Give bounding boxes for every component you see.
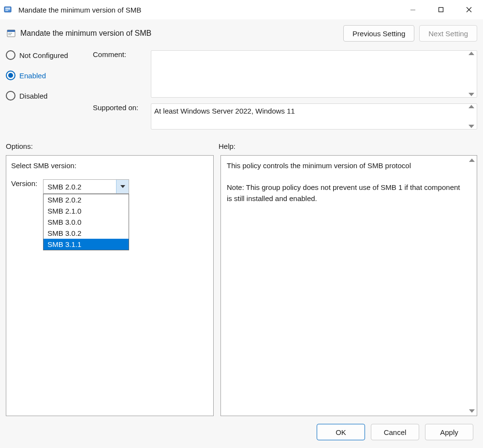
scroll-up-icon	[468, 105, 474, 108]
comment-value	[151, 51, 477, 97]
version-option-highlighted[interactable]: SMB 3.1.1	[44, 239, 129, 250]
version-dropdown: SMB 2.0.2 SMB 2.1.0 SMB 3.0.0 SMB 3.0.2 …	[43, 194, 129, 250]
state-radio-group: Not Configured Enabled Disabled	[6, 50, 93, 101]
version-option[interactable]: SMB 2.1.0	[44, 205, 129, 217]
gpo-policy-dialog: Mandate the minimum version of SMB	[0, 0, 483, 448]
help-scrollbar[interactable]	[467, 156, 477, 416]
window-buttons	[399, 0, 483, 19]
maximize-button[interactable]	[427, 0, 455, 19]
svg-rect-5	[439, 8, 443, 12]
previous-setting-button[interactable]: Previous Setting	[343, 25, 414, 42]
version-label: Version:	[11, 179, 37, 188]
svg-rect-1	[5, 8, 10, 9]
window-title: Mandate the minimum version of SMB	[18, 6, 399, 14]
policy-title: Mandate the minimum version of SMB	[20, 29, 343, 38]
svg-rect-7	[7, 30, 15, 32]
state-and-fields: Not Configured Enabled Disabled Comment:	[6, 50, 477, 135]
version-option[interactable]: SMB 2.0.2	[44, 194, 129, 205]
svg-rect-4	[410, 10, 415, 10]
help-pane: This policy controls the minimum version…	[220, 155, 477, 416]
options-label: Options:	[6, 142, 219, 150]
help-paragraph: Note: This group policy does not prevent…	[227, 182, 461, 204]
help-label: Help:	[219, 142, 477, 150]
supported-on-field: At least Windows Server 2022, Windows 11	[151, 103, 477, 130]
policy-icon	[6, 28, 16, 39]
comment-field[interactable]	[151, 50, 477, 98]
version-combo-wrap: SMB 2.0.2 SMB 2.0.2 SMB 2.1.0 SMB 3.0.0 …	[43, 179, 129, 194]
scroll-down-icon	[469, 409, 475, 413]
radio-icon	[6, 71, 15, 80]
radio-icon	[6, 50, 15, 60]
close-button[interactable]	[455, 0, 483, 19]
supported-on-value: At least Windows Server 2022, Windows 11	[151, 104, 477, 129]
version-combobox[interactable]: SMB 2.0.2	[43, 179, 129, 194]
version-option[interactable]: SMB 3.0.0	[44, 217, 129, 228]
dialog-footer: OK Cancel Apply	[6, 416, 477, 448]
radio-icon	[6, 91, 15, 101]
svg-rect-8	[8, 33, 12, 34]
version-option[interactable]: SMB 3.0.2	[44, 228, 129, 239]
minimize-button[interactable]	[399, 0, 427, 19]
scroll-up-icon	[468, 52, 474, 55]
ok-button[interactable]: OK	[317, 424, 365, 440]
version-selected-value: SMB 2.0.2	[44, 180, 116, 193]
help-paragraph: This policy controls the minimum version…	[227, 160, 461, 172]
scroll-down-icon	[468, 125, 474, 128]
dropdown-button[interactable]	[116, 180, 129, 193]
comment-scroll[interactable]	[467, 52, 476, 96]
help-text: This policy controls the minimum version…	[221, 156, 467, 416]
gpo-app-icon	[3, 4, 15, 15]
policy-header-row: Mandate the minimum version of SMB Previ…	[6, 25, 477, 42]
svg-rect-2	[5, 9, 10, 10]
radio-not-configured[interactable]: Not Configured	[6, 50, 93, 60]
options-pane: Select SMB version: Version: SMB 2.0.2 S…	[6, 155, 214, 416]
panes: Select SMB version: Version: SMB 2.0.2 S…	[6, 155, 477, 416]
cancel-button[interactable]: Cancel	[371, 424, 419, 440]
supported-on-label: Supported on:	[93, 103, 151, 112]
radio-label: Not Configured	[19, 51, 68, 59]
next-setting-button[interactable]: Next Setting	[419, 25, 477, 42]
scroll-down-icon	[468, 93, 474, 96]
titlebar: Mandate the minimum version of SMB	[0, 0, 483, 19]
version-row: Version: SMB 2.0.2 SMB 2.0.2 SMB 2.1.0 S…	[11, 179, 208, 194]
section-labels: Options: Help:	[6, 142, 477, 150]
nav-buttons: Previous Setting Next Setting	[343, 25, 477, 42]
select-smb-version-label: Select SMB version:	[11, 161, 208, 170]
svg-rect-3	[5, 10, 8, 11]
radio-label: Disabled	[19, 92, 47, 100]
radio-label: Enabled	[19, 72, 46, 80]
chevron-down-icon	[120, 185, 125, 188]
comment-label: Comment:	[93, 50, 151, 58]
apply-button[interactable]: Apply	[425, 424, 473, 440]
supported-scroll[interactable]	[467, 105, 476, 128]
dialog-body: Mandate the minimum version of SMB Previ…	[0, 19, 483, 448]
radio-disabled[interactable]: Disabled	[6, 91, 93, 101]
scroll-up-icon	[469, 159, 475, 162]
svg-rect-9	[8, 34, 11, 35]
radio-enabled[interactable]: Enabled	[6, 71, 93, 80]
